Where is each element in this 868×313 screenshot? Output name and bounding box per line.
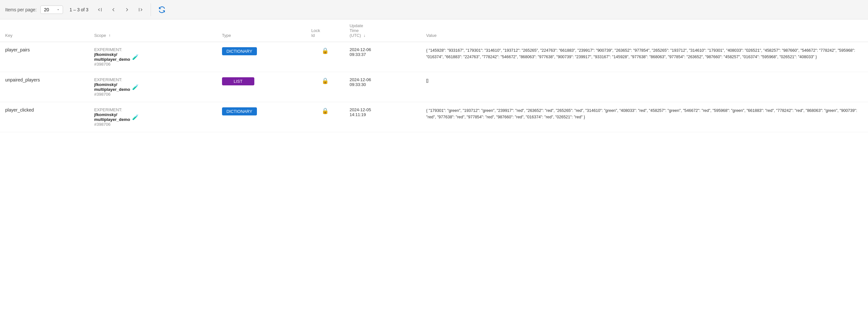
type-cell: LIST [217,72,306,102]
scope-sort-arrow: ↑ [108,33,111,38]
scope-cell: EXPERIMENT:jfkominsky/multiplayer_demo🧪#… [89,102,217,132]
table-row: player_pairsEXPERIMENT:jfkominsky/multip… [0,42,868,72]
value-cell: { "179301": "green", "193712": "green", … [421,102,868,132]
scope-prefix: EXPERIMENT: [94,107,211,112]
update-time-cell: 2024-12-0609:33:37 [344,42,421,72]
scope-id: #398706 [94,92,211,97]
key-cell: unpaired_players [0,72,89,102]
scope-cell: EXPERIMENT:jfkominsky/multiplayer_demo🧪#… [89,72,217,102]
scope-id: #398706 [94,62,211,66]
toolbar: Items per page: 20 10 50 100 1 – 3 of 3 [0,0,868,20]
table-body: player_pairsEXPERIMENT:jfkominsky/multip… [0,42,868,132]
lock-icon: 🔒 [321,48,329,54]
pagination-info: 1 – 3 of 3 [69,7,88,12]
next-page-button[interactable] [122,5,132,14]
type-cell: DICTIONARY [217,42,306,72]
lock-cell: 🔒 [306,42,344,72]
flask-icon: 🧪 [132,54,138,60]
key-cell: player_clicked [0,102,89,132]
prev-page-button[interactable] [108,5,118,14]
scope-name-row: jfkominsky/multiplayer_demo🧪 [94,112,211,122]
type-badge: DICTIONARY [222,47,257,55]
update-time-cell: 2024-12-0609:33:30 [344,72,421,102]
scope-prefix: EXPERIMENT: [94,47,211,52]
update-time-cell: 2024-12-0514:11:19 [344,102,421,132]
type-cell: DICTIONARY [217,102,306,132]
scope-name: jfkominsky/multiplayer_demo [94,82,130,92]
lock-icon: 🔒 [321,78,329,84]
type-badge: LIST [222,77,254,85]
data-table: Key Scope ↑ Type LockId UpdateTime(UTC) … [0,20,868,132]
value-cell: { "145928": "933167", "179301": "314610"… [421,42,868,72]
value-cell: [] [421,72,868,102]
update-time-sort-arrow: ↓ [364,33,366,38]
scope-name-row: jfkominsky/multiplayer_demo🧪 [94,82,211,92]
flask-icon: 🧪 [132,114,138,120]
type-badge: DICTIONARY [222,107,257,115]
col-header-update-time[interactable]: UpdateTime(UTC) ↓ [344,20,421,42]
toolbar-divider [151,3,151,16]
table-row: player_clickedEXPERIMENT:jfkominsky/mult… [0,102,868,132]
flask-icon: 🧪 [132,84,138,90]
items-per-page-label: Items per page: [5,7,36,12]
refresh-button[interactable] [156,4,168,16]
col-header-lock-id: LockId [306,20,344,42]
lock-cell: 🔒 [306,72,344,102]
lock-cell: 🔒 [306,102,344,132]
scope-name-row: jfkominsky/multiplayer_demo🧪 [94,52,211,62]
scope-prefix: EXPERIMENT: [94,77,211,82]
col-header-key: Key [0,20,89,42]
table-row: unpaired_playersEXPERIMENT:jfkominsky/mu… [0,72,868,102]
scope-id: #398706 [94,122,211,127]
items-per-page-select[interactable]: 20 10 50 100 [40,5,63,14]
col-header-scope[interactable]: Scope ↑ [89,20,217,42]
scope-cell: EXPERIMENT:jfkominsky/multiplayer_demo🧪#… [89,42,217,72]
key-cell: player_pairs [0,42,89,72]
table-header: Key Scope ↑ Type LockId UpdateTime(UTC) … [0,20,868,42]
first-page-button[interactable] [95,5,105,14]
scope-name: jfkominsky/multiplayer_demo [94,112,130,122]
scope-name: jfkominsky/multiplayer_demo [94,52,130,62]
lock-icon: 🔒 [321,108,329,114]
col-header-value: Value [421,20,868,42]
last-page-button[interactable] [136,5,146,14]
col-header-type: Type [217,20,306,42]
